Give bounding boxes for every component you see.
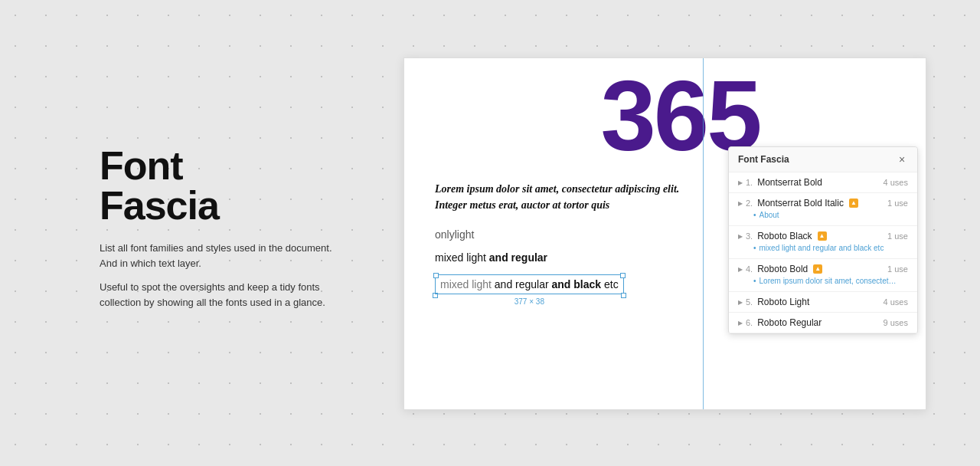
- font-item-header: ▶ 2. Montserrat Bold Italic ▲ 1 use: [738, 198, 908, 208]
- font-item-number: 1.: [746, 178, 753, 187]
- font-item-uses: 1 use: [887, 264, 908, 274]
- font-item-number: 5.: [746, 297, 753, 307]
- font-item-left: ▶ 4. Roboto Bold ▲: [738, 264, 822, 274]
- font-item: ▶ 5. Roboto Light 4 uses: [729, 292, 917, 313]
- font-item-number: 3.: [746, 231, 753, 241]
- font-sublabel[interactable]: Lorem ipsum dolor sit amet, consectetur …: [738, 274, 908, 287]
- panel-title: Font Fascia: [738, 154, 789, 165]
- font-item-header: ▶ 4. Roboto Bold ▲ 1 use: [738, 264, 908, 274]
- font-item: ▶ 3. Roboto Black ▲ 1 use mixed light an…: [729, 226, 917, 259]
- expand-arrow[interactable]: ▶: [738, 233, 743, 240]
- font-item-name: Roboto Light: [757, 297, 809, 307]
- selected-text-wrapper: mixed light and regular and black etc 37…: [435, 274, 624, 306]
- guide-line: [703, 58, 704, 409]
- warning-icon: ▲: [813, 264, 822, 274]
- font-panel: Font Fascia × ▶ 1. Montserrat Bold 4 use…: [728, 146, 918, 334]
- sublabel-text: Lorem ipsum dolor sit amet, consectetur …: [760, 277, 897, 285]
- desc-line2: Useful to spot the oversights and keep a…: [100, 280, 368, 310]
- font-item-left: ▶ 3. Roboto Black ▲: [738, 231, 827, 241]
- close-button[interactable]: ×: [896, 153, 908, 166]
- font-item-header: ▶ 6. Roboto Regular 9 uses: [738, 317, 908, 328]
- font-item-number: 2.: [746, 199, 753, 208]
- warning-icon: ▲: [818, 231, 827, 241]
- font-item-number: 6.: [746, 318, 753, 327]
- font-sublabel[interactable]: About: [738, 208, 908, 221]
- font-item-left: ▶ 1. Montserrat Bold: [738, 177, 822, 188]
- warning-icon: ▲: [849, 199, 858, 208]
- font-item-header: ▶ 3. Roboto Black ▲ 1 use: [738, 231, 908, 241]
- mixed-light-part: mixed light: [440, 278, 492, 290]
- panel-body: ▶ 1. Montserrat Bold 4 uses ▶ 2. Montser…: [729, 172, 917, 333]
- font-item: ▶ 4. Roboto Bold ▲ 1 use Lorem ipsum dol…: [729, 259, 917, 292]
- font-item-header: ▶ 1. Montserrat Bold 4 uses: [738, 177, 908, 188]
- font-item-left: ▶ 2. Montserrat Bold Italic ▲: [738, 198, 858, 208]
- canvas-area: 365 Lorem ipsum dolor sit amet, consecte…: [403, 57, 926, 410]
- font-item-header: ▶ 5. Roboto Light 4 uses: [738, 297, 908, 307]
- font-item-name: Montserrat Bold Italic: [757, 198, 844, 208]
- font-item-name: Roboto Black: [757, 231, 812, 241]
- mixed-bold-part: and black: [552, 278, 602, 290]
- expand-arrow[interactable]: ▶: [738, 200, 743, 207]
- font-item-name: Roboto Bold: [757, 264, 808, 274]
- selected-text-box: mixed light and regular and black etc: [435, 274, 624, 294]
- font-item-left: ▶ 6. Roboto Regular: [738, 317, 822, 328]
- font-item-name: Roboto Regular: [757, 317, 822, 328]
- font-item-uses: 9 uses: [884, 318, 908, 327]
- font-item-name: Montserrat Bold: [757, 177, 822, 188]
- font-item-uses: 4 uses: [884, 178, 908, 187]
- font-item: ▶ 2. Montserrat Bold Italic ▲ 1 use Abou…: [729, 193, 917, 226]
- expand-arrow[interactable]: ▶: [738, 320, 743, 327]
- sublabel-text: About: [760, 211, 779, 219]
- expand-arrow[interactable]: ▶: [738, 179, 743, 186]
- font-item-uses: 1 use: [887, 231, 908, 241]
- font-item: ▶ 6. Roboto Regular 9 uses: [729, 313, 917, 333]
- sublabel-text: mixed light and regular and black etc: [760, 244, 884, 252]
- expand-arrow[interactable]: ▶: [738, 299, 743, 306]
- lorem-text: Lorem ipsum dolor sit amet, consectetur …: [435, 181, 695, 213]
- font-sublabel[interactable]: mixed light and regular and black etc: [738, 241, 908, 254]
- panel-header: Font Fascia ×: [729, 147, 917, 172]
- font-item-number: 4.: [746, 264, 753, 274]
- mixed-regular-part: and regular: [492, 278, 552, 290]
- font-item: ▶ 1. Montserrat Bold 4 uses: [729, 172, 917, 193]
- box-dimensions: 377 × 38: [435, 297, 624, 306]
- expand-arrow[interactable]: ▶: [738, 266, 743, 273]
- font-item-left: ▶ 5. Roboto Light: [738, 297, 809, 307]
- mixed-tail-part: etc: [601, 278, 619, 290]
- font-item-uses: 1 use: [887, 199, 908, 208]
- plugin-title: Font Fascia: [100, 146, 368, 225]
- left-panel: Font Fascia List all font families and s…: [100, 146, 368, 319]
- desc-line1: List all font families and styles used i…: [100, 241, 368, 271]
- font-item-uses: 4 uses: [884, 297, 908, 307]
